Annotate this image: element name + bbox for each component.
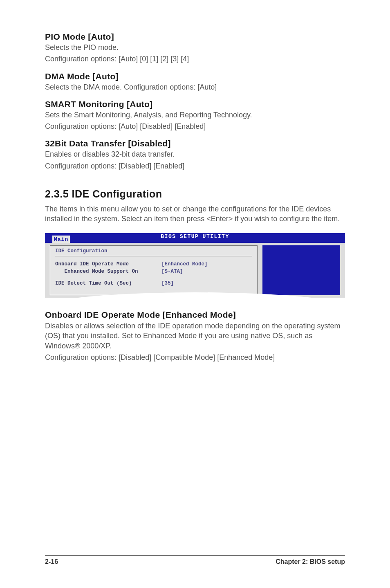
chapter-title: Chapter 2: BIOS setup (276, 558, 345, 566)
dma-mode-text-1: Selects the DMA mode. Configuration opti… (45, 82, 345, 92)
bios-header-title: BIOS SETUP UTILITY (161, 233, 229, 240)
bios-left-panel: IDE Configuration Onboard IDE Operate Mo… (50, 245, 258, 295)
bios-row-label: Onboard IDE Operate Mode (55, 260, 161, 268)
bios-header-bar: BIOS SETUP UTILITY Main (45, 233, 345, 243)
bios-row-label: Enhanced Mode Support On (55, 268, 161, 276)
bios-row-ide-detect-time-out[interactable]: IDE Detect Time Out (Sec) [35] (55, 280, 252, 287)
32bit-data-transfer-text-1: Enables or disables 32-bit data transfer… (45, 149, 345, 159)
smart-monitoring-text-1: Sets the Smart Monitoring, Analysis, and… (45, 110, 345, 120)
onboard-ide-operate-mode-heading: Onboard IDE Operate Mode [Enhanced Mode] (45, 310, 345, 320)
onboard-ide-text-1: Disables or allows selection of the IDE … (45, 321, 345, 351)
pio-mode-text-2: Configuration options: [Auto] [0] [1] [2… (45, 54, 345, 64)
bios-right-help-panel (262, 245, 340, 295)
bios-row-value: [35] (161, 280, 174, 287)
32bit-data-transfer-heading: 32Bit Data Transfer [Disabled] (45, 139, 345, 148)
bios-row-value: [S-ATA] (161, 268, 183, 276)
bios-row-enhanced-mode-support-on[interactable]: Enhanced Mode Support On [S-ATA] (55, 268, 252, 276)
pio-mode-text-1: Selects the PIO mode. (45, 43, 345, 52)
smart-monitoring-text-2: Configuration options: [Auto] [Disabled]… (45, 121, 345, 131)
bios-body: IDE Configuration Onboard IDE Operate Mo… (45, 243, 345, 298)
bios-row-label: IDE Detect Time Out (Sec) (55, 280, 161, 287)
bios-row-onboard-ide-operate-mode[interactable]: Onboard IDE Operate Mode [Enhanced Mode] (55, 260, 252, 268)
dma-mode-heading: DMA Mode [Auto] (45, 72, 345, 81)
page-number: 2-16 (45, 558, 58, 566)
ide-configuration-heading: 2.3.5 IDE Configuration (45, 188, 345, 200)
page-footer: 2-16 Chapter 2: BIOS setup (45, 555, 345, 566)
onboard-ide-text-2: Configuration options: [Disabled] [Compa… (45, 352, 345, 362)
bios-row-value: [Enhanced Mode] (161, 260, 208, 268)
bios-tab-main[interactable]: Main (52, 236, 70, 243)
bios-setup-panel: BIOS SETUP UTILITY Main IDE Configuratio… (45, 233, 345, 298)
32bit-data-transfer-text-2: Configuration options: [Disabled] [Enabl… (45, 161, 345, 171)
pio-mode-heading: PIO Mode [Auto] (45, 32, 345, 42)
smart-monitoring-heading: SMART Monitoring [Auto] (45, 99, 345, 109)
ide-configuration-intro: The items in this menu allow you to set … (45, 204, 345, 224)
bios-panel-title: IDE Configuration (55, 248, 252, 256)
